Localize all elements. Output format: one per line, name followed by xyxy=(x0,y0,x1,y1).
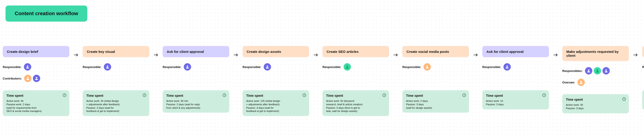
time-line: (wait for requirements from xyxy=(6,106,66,110)
time-line: Active work: 3h (initial design xyxy=(86,99,146,103)
people-label: Responsible: xyxy=(83,65,102,69)
time-heading: Time spent xyxy=(486,94,545,98)
avatar[interactable] xyxy=(184,63,191,70)
clock-icon xyxy=(62,93,66,97)
time-line: Active work: 12h (initial design xyxy=(246,99,306,103)
time-card: Time spentActive work: 5h (keywordresear… xyxy=(322,90,389,116)
time-line: Passive: 4 days (wait for xyxy=(246,106,306,110)
time-line: Active work: 3h xyxy=(566,103,625,107)
step-title: Ask for client approval xyxy=(167,50,204,54)
people-row: Responsibles: xyxy=(562,67,629,74)
time-line: Passive work: 2 days xyxy=(6,103,66,106)
avatar[interactable] xyxy=(33,75,40,82)
time-card: Time spentActive work: 1hPassive: 3 days xyxy=(482,90,549,110)
people-row: Responsible: xyxy=(162,63,229,70)
step-card[interactable]: Create design brief xyxy=(3,46,69,57)
avatar[interactable] xyxy=(424,63,431,70)
arrow-icon xyxy=(154,53,158,57)
avatar[interactable] xyxy=(24,63,31,70)
workflow-step: Create key visualResponsible:Time spentA… xyxy=(83,46,149,116)
step-card[interactable]: Ask for client approval xyxy=(162,46,229,57)
svg-point-17 xyxy=(597,70,598,71)
step-title: Create SEO articles xyxy=(326,50,358,54)
time-card: Time spentActive work: 30 minPassive: 2 … xyxy=(162,90,229,113)
workflow-step: Create design assetsResponsible:Time spe… xyxy=(242,46,309,116)
step-title: Ask for client approval xyxy=(486,50,524,54)
avatar-group xyxy=(24,75,40,82)
step-title: Create social media posts xyxy=(406,50,449,54)
avatar[interactable] xyxy=(264,63,271,70)
avatar[interactable] xyxy=(602,67,610,74)
step-card[interactable]: Create SEO articles xyxy=(322,46,389,57)
svg-point-12 xyxy=(426,66,428,67)
step-card[interactable]: Create design assets xyxy=(242,46,309,57)
svg-point-10 xyxy=(346,66,348,67)
time-line: (wait for design assets) xyxy=(406,106,465,110)
time-line: Passive: 3 days xyxy=(566,107,625,110)
step-card[interactable]: Create key visual xyxy=(83,46,149,57)
time-card: Time spentActive work: 2 daysPassive: 3 … xyxy=(402,90,469,113)
svg-point-1 xyxy=(27,77,28,78)
workflow-step: Create social media postsResponsible:Tim… xyxy=(402,46,469,113)
step-title: Create design assets xyxy=(247,50,281,54)
clock-icon xyxy=(302,93,306,97)
time-heading: Time spent xyxy=(326,94,386,98)
step-card[interactable]: Make adjustments requested by client xyxy=(562,46,629,61)
people-row: Responsible: xyxy=(242,63,309,70)
avatar-group xyxy=(578,78,585,86)
arrow-icon xyxy=(313,53,318,57)
avatar-group xyxy=(264,63,271,70)
people-row: Responsible: xyxy=(322,63,389,70)
people-block: Responsible:Contributors: xyxy=(3,63,69,86)
avatar[interactable] xyxy=(504,63,511,70)
avatar-group xyxy=(184,63,191,70)
avatar[interactable] xyxy=(578,78,585,86)
svg-point-2 xyxy=(36,77,37,78)
avatar[interactable] xyxy=(594,67,601,74)
step-title: Create design brief xyxy=(7,50,38,54)
clock-icon xyxy=(142,93,146,97)
step-card[interactable]: Provide final content pieces xyxy=(642,46,644,57)
people-row: Contributors: xyxy=(3,75,69,82)
workflow-lane: Create design briefResponsible:Contribut… xyxy=(3,46,644,116)
step-card[interactable]: Create social media posts xyxy=(402,46,469,57)
time-line: Active work: 2 days xyxy=(406,99,465,103)
time-heading: Time spent xyxy=(86,94,146,98)
people-label: Responsible: xyxy=(322,65,341,69)
time-line: Active work: 5h (keyword xyxy=(326,99,386,103)
people-block: Responsible: xyxy=(242,63,309,86)
time-line: Passive: 3 days xyxy=(406,103,465,106)
people-row: Responsible: xyxy=(83,63,149,70)
arrow-icon xyxy=(74,53,78,57)
avatar-group xyxy=(24,63,31,70)
time-line: Passive: 3 days xyxy=(486,103,545,106)
time-card: Time spentActive work: 3h (initial desig… xyxy=(83,90,149,116)
workflow-step: Create SEO articlesResponsible:Time spen… xyxy=(322,46,389,116)
arrow-icon xyxy=(473,53,478,57)
step-card[interactable]: Ask for client approval xyxy=(482,46,549,57)
avatar[interactable] xyxy=(344,63,351,70)
workflow-step: Make adjustments requested by clientResp… xyxy=(562,46,629,113)
time-line: + adjustments after feedback) xyxy=(246,103,306,106)
avatar-group xyxy=(104,63,111,70)
time-line: Active work: 1h xyxy=(486,99,545,103)
svg-point-16 xyxy=(588,70,589,71)
people-row: Responsible: xyxy=(482,63,549,70)
people-label: Responsible: xyxy=(162,65,182,69)
time-line: Passive: 2 days (wait for xyxy=(86,106,146,110)
people-label: Oversee: xyxy=(562,81,575,84)
avatar-group xyxy=(585,67,610,74)
svg-point-14 xyxy=(506,66,508,67)
workflow-step: Ask for client approvalResponsible:Time … xyxy=(162,46,229,113)
time-heading: Time spent xyxy=(166,94,226,98)
people-block: Responsible: xyxy=(482,63,549,86)
avatar[interactable] xyxy=(24,75,32,82)
people-block: Responsible: xyxy=(402,63,469,86)
time-card: Time spentActive work: 3hActive work: 1 … xyxy=(642,90,644,110)
avatar[interactable] xyxy=(585,67,592,74)
time-line: feedback & get to implement) xyxy=(86,110,146,113)
clock-icon xyxy=(222,93,226,97)
people-row: Responsible: xyxy=(642,63,644,70)
avatar[interactable] xyxy=(104,63,111,70)
people-label: Responsible: xyxy=(402,65,421,69)
